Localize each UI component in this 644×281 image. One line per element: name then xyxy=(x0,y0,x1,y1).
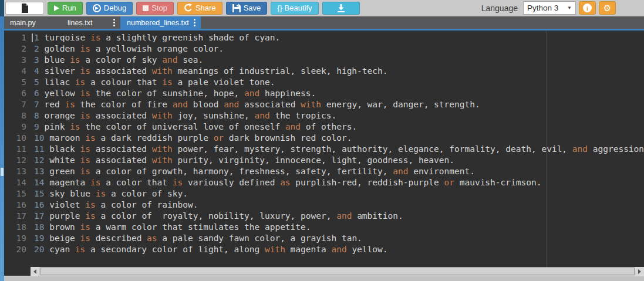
code-text[interactable]: 10 maroon is a dark reddish purple or da… xyxy=(31,133,352,144)
gutter-line-number: 7 xyxy=(4,99,31,110)
save-button[interactable]: Save xyxy=(226,2,268,15)
gutter-line-number: 13 xyxy=(4,166,31,177)
stop-square-icon xyxy=(143,5,149,11)
tab-bar: main.py lines.txt numbered_lines.txt xyxy=(4,16,644,31)
code-text[interactable]: 19 beige is described as a pale sandy fa… xyxy=(31,233,362,244)
beautify-button-label: {} Beautify xyxy=(277,4,312,12)
code-line[interactable]: 2020 cyan is a secondary color of light,… xyxy=(4,244,644,255)
code-text[interactable]: 5 lilac is a colour that is a pale viole… xyxy=(31,77,275,88)
gutter-line-number: 19 xyxy=(4,233,31,244)
gutter-line-number: 6 xyxy=(4,88,31,99)
editor-lines: 11 turqoise is a slightly greenish shade… xyxy=(4,32,644,255)
circled-play-icon xyxy=(93,4,101,12)
gutter-line-number: 12 xyxy=(4,155,31,166)
stop-button[interactable]: Stop xyxy=(136,2,174,15)
code-text[interactable]: 8 orange is associated with joy, sunshin… xyxy=(31,110,336,121)
language-label: Language xyxy=(481,4,518,13)
share-button[interactable]: Share xyxy=(177,2,222,15)
code-line[interactable]: 1010 maroon is a dark reddish purple or … xyxy=(4,133,644,144)
file-page-icon xyxy=(21,4,29,13)
code-text[interactable]: 7 red is the color of fire and blood and… xyxy=(31,99,480,110)
code-text[interactable]: 6 yellow is the color of sunshine, hope,… xyxy=(31,88,316,99)
text-cursor xyxy=(32,33,33,42)
download-button[interactable] xyxy=(322,2,360,15)
scrollbar-thumb[interactable] xyxy=(40,268,635,275)
code-line[interactable]: 1515 sky blue is a color of sky. xyxy=(4,188,644,199)
language-select[interactable]: Python 3 ▼ xyxy=(523,1,576,15)
left-splitter-top xyxy=(0,0,4,16)
debug-button[interactable]: Debug xyxy=(86,2,133,15)
language-select-value: Python 3 xyxy=(527,4,558,12)
code-line[interactable]: 88 orange is associated with joy, sunshi… xyxy=(4,110,644,121)
code-text[interactable]: 17 purple is a color of royalty, nobilit… xyxy=(31,211,403,222)
horizontal-scrollbar[interactable] xyxy=(31,267,644,276)
gutter-line-number: 20 xyxy=(4,244,31,255)
code-text[interactable]: 15 sky blue is a color of sky. xyxy=(31,188,188,199)
code-line[interactable]: 99 pink is the color of universal love o… xyxy=(4,121,644,133)
new-file-button[interactable] xyxy=(5,2,44,15)
info-button[interactable]: i xyxy=(579,1,596,15)
code-text[interactable]: 4 silver is associated with meanings of … xyxy=(31,66,387,77)
online-ide-window: Run Debug Stop Share xyxy=(0,0,644,281)
gutter-line-number: 1 xyxy=(4,32,31,43)
tab-label: lines.txt xyxy=(68,19,110,27)
gutter-line-number: 16 xyxy=(4,199,31,211)
tab-lines-txt[interactable]: lines.txt xyxy=(61,16,120,29)
bottom-strip xyxy=(4,276,644,281)
gutter-line-number: 5 xyxy=(4,77,31,88)
code-text[interactable]: 13 green is a color of growth, harmony, … xyxy=(31,166,475,177)
gear-icon: ⚙ xyxy=(603,4,611,12)
code-line[interactable]: 1111 black is associated with power, fea… xyxy=(4,144,644,155)
gutter-line-number: 17 xyxy=(4,211,31,222)
code-line[interactable]: 77 red is the color of fire and blood an… xyxy=(4,99,644,110)
gutter-line-number: 8 xyxy=(4,110,31,121)
code-line[interactable]: 22 golden is a yellowish orange color. xyxy=(4,43,644,55)
tab-menu-dots-icon[interactable] xyxy=(194,19,196,27)
code-line[interactable]: 44 silver is associated with meanings of… xyxy=(4,66,644,77)
scroll-left-button[interactable] xyxy=(31,267,39,276)
gutter-line-number: 14 xyxy=(4,177,31,188)
code-line[interactable]: 66 yellow is the color of sunshine, hope… xyxy=(4,88,644,99)
code-text[interactable]: 11 black is associated with power, fear,… xyxy=(31,144,644,155)
code-line[interactable]: 11 turqoise is a slightly greenish shade… xyxy=(4,32,644,43)
code-line[interactable]: 1414 magenta is a color that is variousl… xyxy=(4,177,644,188)
scroll-right-button[interactable] xyxy=(635,267,644,276)
gutter-line-number: 9 xyxy=(4,121,31,133)
code-line[interactable]: 1919 beige is described as a pale sandy … xyxy=(4,233,644,244)
tab-numbered-lines-txt[interactable]: numbered_lines.txt xyxy=(120,16,201,29)
code-line[interactable]: 55 lilac is a colour that is a pale viol… xyxy=(4,77,644,88)
code-text[interactable]: 3 blue is a color of sky and sea. xyxy=(31,55,203,66)
code-text[interactable]: 9 pink is the color of universal love of… xyxy=(31,121,357,133)
code-text[interactable]: 2 golden is a yellowish orange color. xyxy=(31,43,224,55)
code-editor[interactable]: 11 turqoise is a slightly greenish shade… xyxy=(4,31,644,276)
share-arrow-icon xyxy=(184,4,193,12)
tab-menu-dots-icon[interactable] xyxy=(113,19,116,27)
code-text[interactable]: 16 violet is a color of rainbow. xyxy=(31,199,198,211)
code-line[interactable]: 1212 white is associated with purity, vi… xyxy=(4,155,644,166)
beautify-button[interactable]: {} Beautify xyxy=(271,2,318,15)
gutter-line-number: 18 xyxy=(4,222,31,233)
left-splitter[interactable] xyxy=(0,0,4,281)
info-circle-icon: i xyxy=(583,4,592,12)
code-line[interactable]: 1818 brown is a warm color that stimulat… xyxy=(4,222,644,233)
settings-button[interactable]: ⚙ xyxy=(599,1,616,15)
code-text[interactable]: 18 brown is a warm color that stimulates… xyxy=(31,222,311,233)
run-button-label: Run xyxy=(62,4,76,12)
gutter-line-number: 11 xyxy=(4,144,31,155)
splitter-grip[interactable] xyxy=(1,168,4,176)
run-button[interactable]: Run xyxy=(48,2,83,15)
debug-button-label: Debug xyxy=(104,4,126,12)
code-line[interactable]: 1717 purple is a color of royalty, nobil… xyxy=(4,211,644,222)
tab-main-py[interactable]: main.py xyxy=(4,16,61,29)
gutter-line-number: 15 xyxy=(4,188,31,199)
code-line[interactable]: 33 blue is a color of sky and sea. xyxy=(4,55,644,66)
code-text[interactable]: 1 turqoise is a slightly greenish shade … xyxy=(31,32,280,43)
code-text[interactable]: 12 white is associated with purity, virg… xyxy=(31,155,454,166)
tab-label: main.py xyxy=(10,19,56,27)
code-text[interactable]: 20 cyan is a secondary color of light, a… xyxy=(31,244,388,255)
gutter-line-number: 4 xyxy=(4,66,31,77)
code-line[interactable]: 1313 green is a color of growth, harmony… xyxy=(4,166,644,177)
code-text[interactable]: 14 magenta is a color that is variously … xyxy=(31,177,541,188)
toolbar: Run Debug Stop Share xyxy=(4,0,644,16)
code-line[interactable]: 1616 violet is a color of rainbow. xyxy=(4,199,644,211)
